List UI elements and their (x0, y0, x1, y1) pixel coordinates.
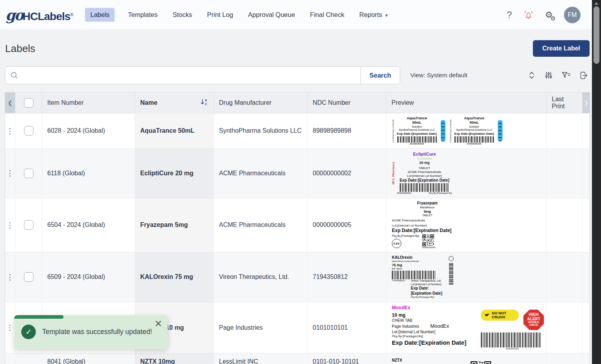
header-drug-manufacturer[interactable]: Drug Manufacturer (214, 93, 308, 113)
barcode (481, 332, 541, 347)
cell-last-print (547, 113, 582, 149)
label-preview-nztx: NZTX 10mg TABLET LessLimit INC Lot:[Inte… (392, 358, 500, 364)
cell-ndc: 0101-010-10101 (308, 353, 386, 364)
header-last-print[interactable]: Last Print (547, 93, 582, 113)
nav-tab-stocks[interactable]: Stocks (171, 8, 194, 22)
cell-preview[interactable]: Fryazepam Mediflexor 5mg TABLET ACME Pha… (386, 198, 547, 252)
cell-preview[interactable]: MoodEx 10 mg CHEW TAB Page Industries Mo… (386, 302, 547, 353)
nav-tab-final-check[interactable]: Final Check (308, 8, 346, 22)
cell-name: AquaTrance 50mL (135, 113, 214, 149)
scroll-right-icon[interactable]: ❯ (582, 93, 590, 113)
row-checkbox[interactable] (24, 272, 33, 282)
header-ndc-number[interactable]: NDC Number (308, 93, 386, 113)
label-preview-kalorexin: KALOrexin kaluxodrine hydrochloride 75 m… (392, 255, 454, 299)
nav-tab-templates[interactable]: Templates (126, 8, 159, 22)
cell-item-number: 6509 - 2024 (Global) (42, 253, 135, 302)
nav-right-cluster: ? ⚙⚙ FM (506, 7, 581, 23)
settings-gears-icon[interactable]: ⚙⚙ (545, 10, 553, 20)
label-preview-aquatrance-copy: Lot:[Internal Lot Numb AquaTrance 50mL S… (449, 116, 503, 146)
row-checkbox[interactable] (24, 220, 33, 230)
header-item-number[interactable]: Item Number (42, 93, 135, 113)
search-button[interactable]: Search (360, 67, 400, 84)
flag-label (498, 120, 503, 141)
toast-progress-bar (14, 315, 63, 319)
cell-last-print (547, 149, 582, 198)
svg-text:A: A (205, 98, 207, 102)
view-selector-label[interactable]: View: System default (410, 72, 467, 79)
collapse-left-icon[interactable]: ❮ (5, 93, 15, 113)
row-checkbox[interactable] (24, 126, 33, 136)
notifications-bell-icon[interactable] (523, 9, 534, 21)
cell-manufacturer: Page Industries (214, 302, 308, 353)
cell-manufacturer: ACME Pharmaceuticals (214, 149, 308, 198)
circle-badge (449, 256, 454, 261)
do-not-crush-warning: DO NOT CRUSH (481, 310, 519, 321)
barcode (397, 136, 437, 143)
filter-icon[interactable] (561, 71, 571, 80)
barcode (400, 183, 449, 192)
toast-close-icon[interactable]: ✕ (154, 319, 162, 329)
help-icon[interactable]: ? (506, 9, 512, 20)
row-menu-kebab-icon[interactable]: ⋮ (5, 353, 15, 364)
search-input[interactable] (19, 67, 360, 84)
cell-manufacturer: ACME Pharmaceuticals (214, 198, 308, 252)
logo-script: go (6, 8, 22, 22)
cell-name: Fryazepam 5mg (135, 198, 214, 252)
cell-item-number: 8041 (Global) (42, 353, 135, 364)
table-row: ⋮ 8041 (Global) NZTX 10mg LessLimit INC … (5, 353, 589, 364)
column-settings-sliders-icon[interactable] (544, 71, 553, 80)
cell-ndc: 0101010101 (308, 302, 386, 353)
nav-tab-reports[interactable]: Reports▼ (358, 8, 390, 22)
table-row: ⋮ 6028 - 2024 (Global) AquaTrance 50mL S… (5, 113, 589, 149)
barcode (392, 271, 435, 279)
table-row: ⋮ 6504 - 2024 (Global) Fryazepam 5mg ACM… (5, 198, 589, 253)
chevron-down-icon: ▼ (384, 13, 389, 18)
row-menu-kebab-icon[interactable]: ⋮ (5, 253, 15, 302)
vertical-barcode (449, 262, 453, 284)
cell-preview[interactable]: HCL Pharmacy EcliptiCure Curemaxa 20 mg … (386, 149, 547, 198)
search-icon (5, 67, 19, 84)
cell-name: EcliptiCure 20 mg (135, 149, 214, 198)
cell-preview[interactable]: KALOrexin kaluxodrine hydrochloride 75 m… (386, 253, 547, 302)
logo-registered-mark: ® (70, 12, 73, 17)
toast-notification: ✓ Template was successfully updated! ✕ (14, 315, 168, 349)
cell-item-number: 6504 - 2024 (Global) (42, 198, 135, 252)
row-menu-kebab-icon[interactable]: ⋮ (5, 113, 15, 149)
logo-word: HCLabels (22, 11, 70, 22)
mortar-pestle-icon (484, 312, 490, 318)
header-preview: Preview (386, 93, 547, 113)
cell-preview[interactable]: NZTX 10mg TABLET LessLimit INC Lot:[Inte… (386, 353, 547, 364)
nav-tab-print-log[interactable]: Print Log (206, 8, 235, 22)
label-preview-aquatrance: Lot:[Internal Lot Numb AquaTrance 50mL S… (392, 116, 445, 146)
top-navigation: goHCLabels® Labels Templates Stocks Prin… (0, 0, 601, 30)
flag-label (441, 120, 445, 141)
success-check-icon: ✓ (21, 325, 36, 339)
select-all-checkbox[interactable] (24, 98, 33, 108)
label-preview-fryazepam: Fryazepam Mediflexor 5mg TABLET ACME Pha… (392, 201, 463, 249)
search-bar: Search (5, 66, 400, 84)
cell-manufacturer: LessLimit INC (214, 353, 308, 364)
vertical-scrollbar[interactable] (592, 0, 601, 364)
cell-manufacturer: Vireon Therapeutics, Ltd. (214, 253, 308, 302)
cell-name: KALOrexin 75 mg (135, 253, 214, 302)
scrollbar-up-arrow[interactable] (594, 2, 598, 5)
create-label-button[interactable]: Create Label (533, 40, 590, 57)
table-row: ⋮ 6118 (Global) EcliptiCure 20 mg ACME P… (5, 149, 589, 198)
nav-tab-approval-queue[interactable]: Approval Queue (247, 8, 297, 22)
cell-preview[interactable]: Lot:[Internal Lot Numb AquaTrance 50mL S… (386, 113, 547, 149)
table-row: ⋮ 6509 - 2024 (Global) KALOrexin 75 mg V… (5, 253, 589, 302)
row-menu-kebab-icon[interactable]: ⋮ (5, 198, 15, 252)
nav-tab-labels[interactable]: Labels (85, 8, 115, 22)
app-logo[interactable]: goHCLabels® (6, 8, 73, 22)
label-preview-moodex: MoodEx 10 mg CHEW TAB Page Industries Mo… (392, 305, 544, 351)
user-avatar[interactable]: FM (564, 7, 581, 23)
expand-rows-icon[interactable] (527, 71, 536, 80)
header-name[interactable]: Name AZ (135, 93, 214, 113)
sort-az-icon[interactable]: AZ (200, 98, 208, 108)
cell-last-print (547, 253, 582, 302)
export-icon[interactable] (579, 71, 588, 80)
qr-code (422, 234, 434, 246)
row-checkbox[interactable] (24, 169, 33, 178)
scrollbar-thumb[interactable] (594, 6, 599, 64)
row-menu-kebab-icon[interactable]: ⋮ (5, 149, 15, 198)
